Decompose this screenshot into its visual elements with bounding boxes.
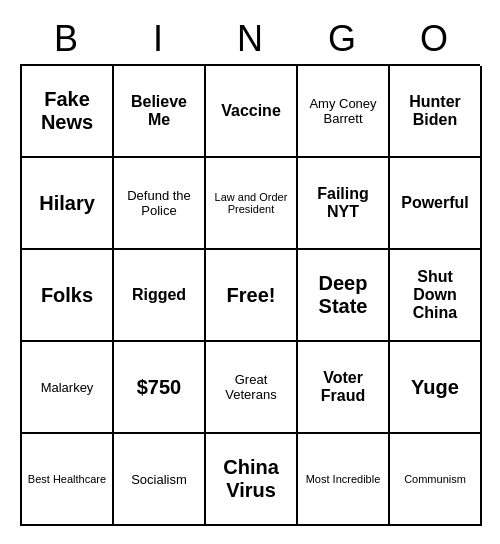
bingo-cell-r4-c2: China Virus xyxy=(206,434,298,526)
bingo-cell-r3-c0: Malarkey xyxy=(22,342,114,434)
bingo-cell-r4-c4: Communism xyxy=(390,434,482,526)
bingo-card: BINGO Fake NewsBelieve MeVaccineAmy Cone… xyxy=(10,8,490,536)
bingo-cell-r1-c3: Failing NYT xyxy=(298,158,390,250)
bingo-cell-r3-c4: Yuge xyxy=(390,342,482,434)
bingo-cell-r2-c0: Folks xyxy=(22,250,114,342)
bingo-cell-r4-c0: Best Healthcare xyxy=(22,434,114,526)
header-letter-G: G xyxy=(298,18,386,60)
header-letter-O: O xyxy=(390,18,478,60)
bingo-cell-r0-c3: Amy Coney Barrett xyxy=(298,66,390,158)
bingo-cell-r4-c3: Most Incredible xyxy=(298,434,390,526)
header-letter-I: I xyxy=(114,18,202,60)
bingo-cell-r1-c4: Powerful xyxy=(390,158,482,250)
bingo-cell-r3-c2: Great Veterans xyxy=(206,342,298,434)
header-letter-N: N xyxy=(206,18,294,60)
bingo-header: BINGO xyxy=(20,18,480,60)
bingo-cell-r2-c1: Rigged xyxy=(114,250,206,342)
header-letter-B: B xyxy=(22,18,110,60)
bingo-cell-r2-c4: Shut Down China xyxy=(390,250,482,342)
bingo-cell-r0-c0: Fake News xyxy=(22,66,114,158)
bingo-cell-r1-c2: Law and Order President xyxy=(206,158,298,250)
bingo-cell-r2-c2: Free! xyxy=(206,250,298,342)
bingo-grid: Fake NewsBelieve MeVaccineAmy Coney Barr… xyxy=(20,64,480,526)
bingo-cell-r1-c1: Defund the Police xyxy=(114,158,206,250)
bingo-cell-r0-c4: Hunter Biden xyxy=(390,66,482,158)
bingo-cell-r0-c1: Believe Me xyxy=(114,66,206,158)
bingo-cell-r2-c3: Deep State xyxy=(298,250,390,342)
bingo-cell-r0-c2: Vaccine xyxy=(206,66,298,158)
bingo-cell-r3-c3: Voter Fraud xyxy=(298,342,390,434)
bingo-cell-r4-c1: Socialism xyxy=(114,434,206,526)
bingo-cell-r3-c1: $750 xyxy=(114,342,206,434)
bingo-cell-r1-c0: Hilary xyxy=(22,158,114,250)
